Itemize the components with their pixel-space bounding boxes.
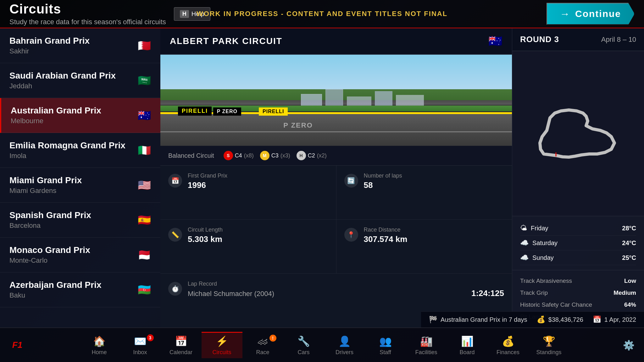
finances-icon: 💰 (502, 335, 514, 347)
home-icon: 🏠 (93, 335, 106, 347)
circuit-item-emilia[interactable]: Emilia Romagna Grand Prix Imola 🇮🇹 (0, 133, 160, 168)
stat-distance: 📍 Race Distance 307.574 km (336, 220, 512, 273)
circuit-info: Bahrain Grand Prix Sakhir (9, 36, 90, 55)
nav-label-inbox: Inbox (133, 349, 147, 356)
f1-logo: F1 (6, 337, 28, 353)
race-icon: 🏎 (258, 336, 268, 347)
round-header: ROUND 3 April 8 – 10 (512, 28, 644, 51)
weather-day: 🌤 Friday (520, 224, 548, 232)
weather-day-label: Friday (531, 225, 548, 232)
stat-first-gp: 📅 First Grand Prix 1996 (160, 166, 336, 219)
pirelli-zero-banner: P ZERO (213, 107, 241, 116)
circuit-item-azerbaijan[interactable]: Azerbaijan Grand Prix Baku 🇦🇿 (0, 272, 160, 307)
status-date: 📅 1 Apr, 2022 (593, 315, 636, 324)
tyre-soft-icon: S (224, 151, 233, 160)
help-key: H (180, 10, 189, 18)
circuit-item-spanish[interactable]: Spanish Grand Prix Barcelona 🇪🇸 (0, 203, 160, 238)
first-gp-value: 1996 (188, 180, 328, 190)
drivers-icon: 👤 (338, 335, 351, 347)
nav-item-race[interactable]: 🏎 Race ! (242, 332, 283, 358)
circuit-info: Miami Grand Prix Miami Gardens (9, 175, 82, 195)
circuit-flag: 🇦🇿 (135, 283, 151, 296)
lap-record-time: 1:24:125 (471, 288, 504, 298)
continue-label: Continue (575, 8, 621, 19)
circuit-name: Miami Grand Prix (9, 175, 82, 185)
weather-sunday: ☁️ Sunday 25°C (520, 250, 636, 265)
nav-label-drivers: Drivers (336, 349, 353, 356)
nav-item-staff[interactable]: 👥 Staff (365, 332, 406, 358)
circuit-item-saudi[interactable]: Saudi Arabian Grand Prix Jeddah 🇸🇦 (0, 63, 160, 98)
building-2 (325, 89, 343, 107)
circuit-location: Imola (9, 152, 125, 160)
lap-record-label: Lap Record (188, 281, 504, 287)
round-label: ROUND 3 (520, 35, 559, 44)
weather-day-label: Sunday (532, 254, 554, 261)
circuit-flag: 🇧🇭 (135, 39, 151, 52)
main-content: ALBERT PARK CIRCUIT 🇦🇺 (160, 28, 644, 327)
circuit-type-label: Balanced Circuit (168, 152, 214, 159)
nav-item-inbox[interactable]: ✉️ Inbox 3 (120, 332, 161, 358)
track-map-svg (531, 99, 625, 168)
tyre-medium-count: (x3) (280, 152, 290, 159)
nav-item-calendar[interactable]: 📅 Calendar (161, 332, 202, 358)
tyre-medium: M C3 (x3) (260, 151, 290, 160)
circuit-item-australia[interactable]: Australian Grand Prix Melbourne 🇦🇺 (0, 98, 160, 133)
top-bar-left: Circuits Study the race data for this se… (9, 2, 210, 26)
continue-button[interactable]: → Continue (547, 3, 635, 25)
settings-gear-icon[interactable]: ⚙️ (620, 337, 638, 354)
nav-items: 🏠 Home ✉️ Inbox 3 📅 Calendar ⚡ Circuits … (28, 332, 620, 358)
status-bar: 🏁 Australian Grand Prix in 7 days 💰 $38,… (421, 311, 644, 327)
condition-abrasiveness-value: Low (624, 277, 636, 284)
nav-item-standings[interactable]: 🏆 Standings (529, 332, 569, 358)
circuit-name: Monaco Grand Prix (9, 245, 90, 255)
bottom-nav: F1 🏠 Home ✉️ Inbox 3 📅 Calendar ⚡ Circui… (0, 327, 644, 362)
nav-item-board[interactable]: 📊 Board (447, 332, 488, 358)
circuit-info: Monaco Grand Prix Monte-Carlo (9, 245, 90, 265)
sun-cloud-icon: 🌤 (520, 224, 527, 232)
circuit-detail-header: ALBERT PARK CIRCUIT 🇦🇺 (160, 28, 512, 55)
right-panel: ROUND 3 April 8 – 10 🌤 Friday 28°C (512, 28, 644, 327)
nav-label-cars: Cars (297, 349, 309, 356)
nav-item-facilities[interactable]: 🏭 Facilities (406, 332, 447, 358)
circuit-item-monaco[interactable]: Monaco Grand Prix Monte-Carlo 🇲🇨 (0, 238, 160, 272)
circuit-info: Emilia Romagna Grand Prix Imola (9, 140, 125, 160)
weather-friday-temp: 28°C (622, 225, 636, 232)
nav-item-cars[interactable]: 🔧 Cars (283, 332, 324, 358)
nav-item-circuits[interactable]: ⚡ Circuits (202, 332, 242, 358)
stat-content: Lap Record Michael Schumacher (2004) 1:2… (188, 281, 504, 298)
circuit-name: Azerbaijan Grand Prix (9, 280, 102, 290)
circuit-name: Australian Grand Prix (11, 106, 101, 116)
stat-content: Race Distance 307.574 km (364, 227, 504, 244)
track-outline (540, 110, 614, 157)
nav-label-calendar: Calendar (169, 349, 192, 356)
circuit-item-miami[interactable]: Miami Grand Prix Miami Gardens 🇺🇸 (0, 168, 160, 203)
first-gp-label: First Grand Prix (188, 173, 328, 179)
nav-item-finances[interactable]: 💰 Finances (488, 332, 529, 358)
stat-content: Circuit Length 5.303 km (188, 227, 328, 244)
cars-icon: 🔧 (297, 335, 310, 347)
circuit-item-bahrain[interactable]: Bahrain Grand Prix Sakhir 🇧🇭 (0, 28, 160, 63)
distance-icon: 📍 (344, 228, 358, 242)
condition-abrasiveness: Track Abrasiveness Low (520, 275, 636, 287)
circuit-flag: 🇺🇸 (135, 179, 151, 191)
length-value: 5.303 km (188, 234, 328, 244)
weather-day: ☁️ Sunday (520, 254, 554, 262)
inbox-icon: ✉️ (134, 335, 147, 347)
nav-item-home[interactable]: 🏠 Home (79, 332, 120, 358)
tyre-medium-label: C3 (271, 152, 279, 159)
top-bar: Circuits Study the race data for this se… (0, 0, 644, 28)
weather-day-label: Saturday (532, 239, 558, 247)
f1-logo-text: F1 (12, 340, 23, 350)
circuit-location: Monte-Carlo (9, 256, 90, 265)
stat-content: First Grand Prix 1996 (188, 173, 328, 190)
circuit-location: Jeddah (9, 82, 116, 90)
circuit-location: Melbourne (11, 117, 101, 125)
circuit-flag: 🇮🇹 (135, 144, 151, 156)
circuit-flag: 🇦🇺 (135, 109, 151, 122)
tyre-soft-count: (x8) (244, 152, 254, 159)
nav-item-drivers[interactable]: 👤 Drivers (324, 332, 365, 358)
race-badge: ! (269, 335, 276, 342)
circuit-detail-flag: 🇦🇺 (488, 35, 502, 48)
inbox-badge: 3 (147, 334, 154, 341)
laps-icon: 🔄 (344, 174, 358, 188)
